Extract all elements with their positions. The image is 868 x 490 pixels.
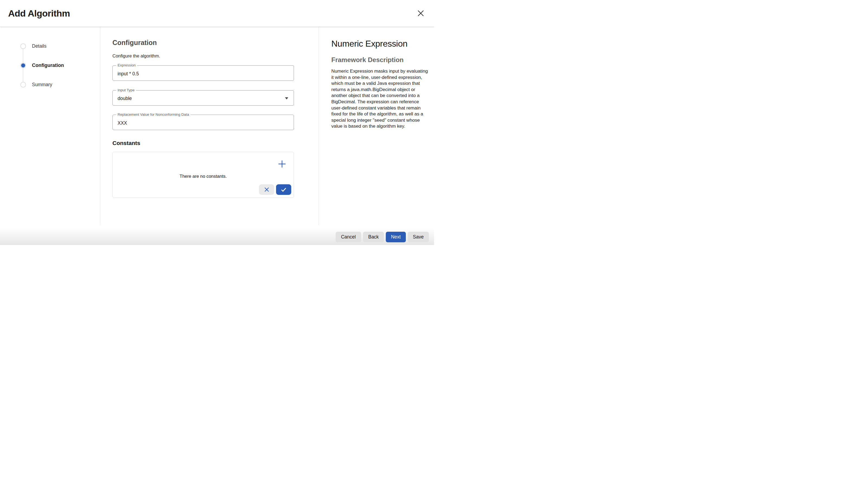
step-circle-active-icon [20, 63, 26, 68]
input-type-value: double [118, 96, 132, 101]
step-label: Configuration [32, 63, 64, 68]
stepper-item-details[interactable]: Details [0, 37, 100, 56]
step-label: Details [32, 43, 46, 49]
expression-field[interactable]: Expression [113, 65, 294, 81]
configuration-panel: Configuration Configure the algorithm. E… [100, 27, 319, 225]
info-panel: Numeric Expression Framework Description… [319, 27, 434, 225]
expression-input[interactable] [113, 66, 294, 81]
constants-card: There are no constants. [113, 152, 294, 198]
input-type-select[interactable]: Input Type double [113, 90, 294, 106]
chevron-down-icon [285, 97, 288, 99]
save-button[interactable]: Save [408, 232, 429, 242]
stepper: Details Configuration Summary [0, 37, 100, 94]
replacement-value-input[interactable] [113, 115, 294, 130]
constants-heading: Constants [113, 140, 294, 146]
cancel-button[interactable]: Cancel [336, 232, 361, 242]
constants-actions [259, 184, 291, 195]
framework-description-heading: Framework Description [331, 56, 430, 64]
close-button[interactable] [415, 8, 426, 19]
stepper-panel: Details Configuration Summary [0, 27, 100, 225]
dialog-body: Details Configuration Summary Configurat… [0, 27, 434, 225]
framework-description-text: Numeric Expression masks input by evalua… [331, 68, 430, 129]
section-heading: Configuration [113, 39, 294, 47]
constants-confirm-button[interactable] [276, 184, 291, 195]
framework-title: Numeric Expression [331, 39, 430, 49]
footer-actions: Cancel Back Next Save [336, 232, 429, 242]
constants-cancel-button[interactable] [259, 184, 274, 195]
step-circle-icon [20, 82, 26, 88]
input-type-label: Input Type [116, 88, 136, 92]
section-subheading: Configure the algorithm. [113, 53, 294, 59]
dialog-title: Add Algorithm [8, 8, 70, 19]
back-button[interactable]: Back [363, 232, 384, 242]
stepper-item-configuration[interactable]: Configuration [0, 56, 100, 75]
close-icon [417, 9, 425, 17]
replacement-value-field[interactable]: Replacement Value for Nonconforming Data [113, 115, 294, 130]
dialog-header: Add Algorithm [0, 0, 434, 27]
constants-empty-message: There are no constants. [113, 174, 294, 179]
check-icon [281, 188, 286, 192]
stepper-item-summary[interactable]: Summary [0, 75, 100, 94]
step-circle-icon [20, 43, 26, 49]
plus-icon[interactable] [278, 160, 286, 168]
x-icon [264, 187, 269, 192]
step-label: Summary [32, 82, 52, 88]
next-button[interactable]: Next [386, 232, 406, 242]
